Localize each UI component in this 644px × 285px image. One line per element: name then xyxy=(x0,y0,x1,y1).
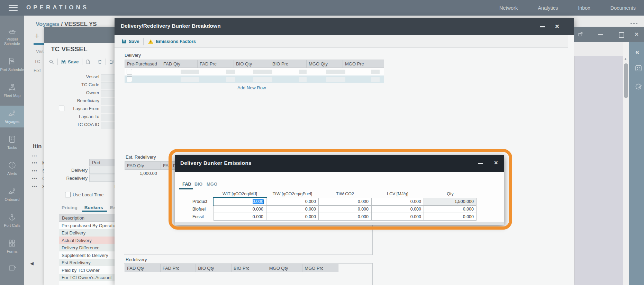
cell-placeholder xyxy=(181,70,199,74)
grid-row[interactable]: Est Delivery xyxy=(59,229,121,237)
tc-vessel-titlebar[interactable] xyxy=(44,27,118,43)
grid-row[interactable]: Paid by TCI Owner xyxy=(59,266,121,274)
cell-placeholder xyxy=(226,77,235,82)
scrollbar-thumb[interactable] xyxy=(624,63,628,98)
scroll-up-icon[interactable]: ▲ xyxy=(624,57,627,61)
checklist-panel-icon[interactable] xyxy=(634,64,643,72)
row-checkbox[interactable] xyxy=(127,69,132,74)
row-menu-icon[interactable]: ••• xyxy=(32,176,37,181)
column-header[interactable]: FAD Prc xyxy=(198,60,234,68)
use-local-time-label: Use Local Time xyxy=(73,192,104,197)
right-window-subheader xyxy=(574,42,623,56)
row-menu-icon[interactable]: ••• xyxy=(32,154,37,159)
column-header[interactable]: FAD Qty xyxy=(161,60,198,68)
nav-network[interactable]: Network xyxy=(499,5,518,11)
field-row-vessel: Vessel xyxy=(44,74,99,81)
delivery-port-input[interactable] xyxy=(89,167,118,174)
grid-row-highlighted[interactable]: Actual Delivery xyxy=(59,237,121,244)
redelivery-section-label: Redelivery xyxy=(126,257,147,262)
column-header[interactable]: BIO Prc xyxy=(270,60,307,68)
emissions-factors-button[interactable]: Emissions Factors xyxy=(148,39,196,44)
tasks-icon xyxy=(8,135,17,144)
breadcrumb-voyages-link[interactable]: Voyages xyxy=(36,21,60,27)
menu-icon[interactable] xyxy=(9,5,18,11)
sidebar-item-label: Port Schedule xyxy=(0,68,24,72)
modal-save-button[interactable]: Save xyxy=(121,39,139,44)
add-new-row-link[interactable]: Add New Row xyxy=(237,85,266,90)
column-header[interactable]: BIO Qty xyxy=(196,264,232,272)
column-header[interactable]: MGO Prc xyxy=(343,60,379,68)
add-tab-button[interactable]: + xyxy=(34,30,39,41)
use-local-time-checkbox[interactable] xyxy=(65,192,71,197)
column-header[interactable]: FAD Qty xyxy=(125,264,161,272)
sidebar-item-tasks[interactable]: Tasks xyxy=(0,132,24,153)
sidebar-item-port-calls[interactable]: Port Calls xyxy=(0,210,24,231)
grid-row[interactable]: Delivery Difference xyxy=(59,244,121,251)
grid-row[interactable]: Est Redelivery xyxy=(59,259,121,266)
tab-pricing[interactable]: Pricing xyxy=(62,205,78,210)
row-menu-icon[interactable]: ••• xyxy=(32,161,37,166)
copy-icon[interactable] xyxy=(109,59,114,64)
sidebar-item-onboard[interactable]: Onboard xyxy=(0,184,24,205)
app-title: OPERATIONS xyxy=(26,4,89,11)
sidebar-item-fleet-map[interactable]: Fleet Map xyxy=(0,80,24,101)
cell-placeholder xyxy=(326,77,345,82)
column-header[interactable]: BIO Qty xyxy=(234,60,270,68)
sidebar-item-label: Tasks xyxy=(7,145,17,150)
minimize-icon[interactable] xyxy=(598,34,603,35)
sidebar-item-voyages[interactable]: Voyages xyxy=(0,106,24,127)
open-in-window-icon[interactable] xyxy=(578,32,583,37)
sidebar-item-forms[interactable]: Forms xyxy=(0,235,24,257)
port-column-header: Port xyxy=(89,159,118,166)
row-menu-icon[interactable]: ••• xyxy=(32,184,37,189)
grid-row[interactable]: Pre-purchased By Operato xyxy=(59,222,121,229)
cell-placeholder xyxy=(253,77,272,82)
more-options-icon[interactable] xyxy=(631,23,637,24)
grid-row[interactable]: Supplement to Delivery xyxy=(59,251,121,259)
sidebar-item-port-schedule[interactable]: Port Schedule xyxy=(0,54,24,75)
onboard-icon xyxy=(8,187,17,196)
column-header[interactable]: FAD Prc xyxy=(161,264,196,272)
column-header[interactable]: MGO Qty xyxy=(267,264,303,272)
close-icon[interactable]: × xyxy=(635,31,638,38)
save-button[interactable]: Save xyxy=(61,59,79,64)
save-icon xyxy=(121,39,127,44)
minimize-icon[interactable] xyxy=(540,26,545,27)
field-row-beneficiary: Beneficiary xyxy=(44,98,99,105)
row-menu-icon[interactable]: ••• xyxy=(32,169,37,173)
column-header[interactable]: MGO Qty xyxy=(307,60,343,68)
redelivery-row-label: Redelivery xyxy=(44,176,88,181)
document-icon xyxy=(8,264,17,273)
sidebar-item-partial[interactable] xyxy=(0,261,24,276)
scroll-left-arrow-icon[interactable]: ◀ xyxy=(30,261,34,266)
delete-icon[interactable] xyxy=(97,59,102,64)
sidebar-item-label: Fleet Map xyxy=(4,93,21,98)
close-icon[interactable]: × xyxy=(555,23,559,30)
field-row-owner: Owner xyxy=(44,90,99,97)
sidebar-item-vessel-schedule[interactable]: Vessel Schedule xyxy=(0,23,24,50)
tab-bunkers[interactable]: Bunkers xyxy=(84,205,103,210)
edit-refresh-icon[interactable] xyxy=(634,82,643,91)
column-header[interactable]: FAD Qty xyxy=(125,162,161,169)
redelivery-port-input[interactable] xyxy=(89,175,118,182)
warning-icon xyxy=(148,39,154,44)
grid-row[interactable]: For TCI Owner's Account xyxy=(59,274,121,281)
right-window-titlebar[interactable] xyxy=(574,27,644,42)
column-header[interactable]: BIO Prc xyxy=(232,264,267,272)
row-checkbox[interactable] xyxy=(127,77,132,82)
collapse-panel-icon[interactable]: « xyxy=(635,48,639,56)
search-icon[interactable] xyxy=(48,59,54,65)
column-header[interactable]: Pre-Purchased xyxy=(125,60,161,68)
new-document-icon[interactable] xyxy=(85,59,91,64)
column-header[interactable]: MGO Prc xyxy=(302,264,338,272)
nav-analytics[interactable]: Analytics xyxy=(538,5,558,11)
sidebar-item-alerts[interactable]: Alerts xyxy=(0,158,24,179)
cell-placeholder xyxy=(299,77,307,82)
delivery-table-header: Pre-Purchased FAD Qty FAD Prc BIO Qty BI… xyxy=(125,60,384,68)
save-icon xyxy=(61,59,66,64)
nav-documents[interactable]: Documents xyxy=(610,5,636,11)
maximize-icon[interactable] xyxy=(619,32,624,38)
nav-inbox[interactable]: Inbox xyxy=(578,5,590,11)
field-fragment: Fixt xyxy=(34,68,41,73)
right-toolstrip xyxy=(629,42,644,285)
